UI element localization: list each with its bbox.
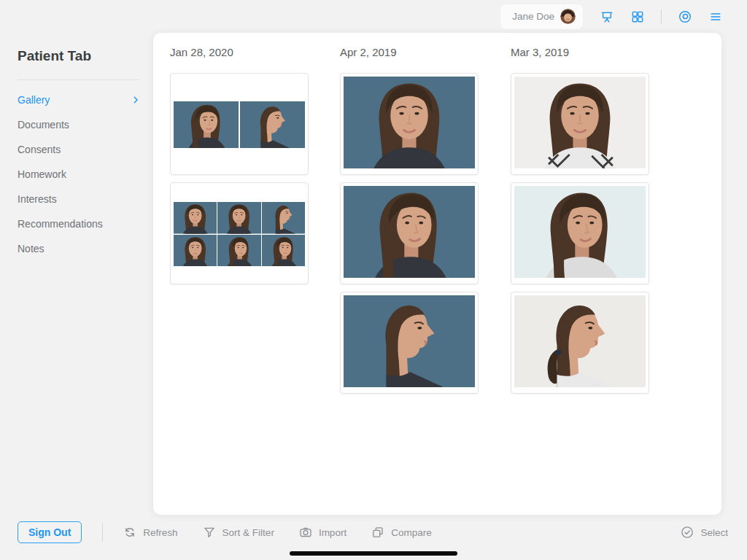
- photo-thumbnail[interactable]: [170, 73, 309, 175]
- sidebar-item-gallery[interactable]: Gallery: [18, 88, 142, 112]
- sidebar-menu: GalleryDocumentsConsentsHomeworkInterest…: [18, 88, 142, 261]
- gallery-column: Mar 3, 2019: [511, 46, 651, 401]
- patient-photo-grid: [174, 202, 305, 266]
- patient-photo: [514, 186, 646, 278]
- camera-icon: [298, 525, 313, 540]
- compare-button[interactable]: Compare: [371, 525, 432, 540]
- user-button[interactable]: Jane Doe: [500, 4, 583, 29]
- gallery-date: Apr 2, 2019: [340, 46, 480, 61]
- user-name: Jane Doe: [512, 11, 554, 22]
- sidebar-item-label: Notes: [18, 243, 44, 254]
- sidebar: Patient Tab GalleryDocumentsConsentsHome…: [0, 33, 153, 515]
- sidebar-item-recommendations[interactable]: Recommendations: [18, 211, 142, 236]
- photo-thumbnail[interactable]: [511, 73, 649, 175]
- sidebar-item-label: Interests: [18, 193, 57, 205]
- import-button[interactable]: Import: [298, 525, 347, 540]
- patient-photo: [514, 295, 646, 387]
- sidebar-item-documents[interactable]: Documents: [18, 112, 142, 137]
- sidebar-item-consents[interactable]: Consents: [18, 137, 142, 162]
- patient-photo-strip: [174, 101, 305, 148]
- chevron-right-icon: [130, 94, 142, 106]
- gallery-date: Jan 28, 2020: [170, 46, 310, 61]
- select-label: Select: [700, 527, 728, 538]
- sort-filter-button[interactable]: Sort & Filter: [202, 525, 274, 540]
- patient-photo: [262, 235, 305, 267]
- photo-thumbnail[interactable]: [511, 182, 649, 284]
- photo-thumbnail[interactable]: [340, 292, 479, 394]
- sidebar-item-label: Recommendations: [18, 218, 103, 230]
- gallery-column: Apr 2, 2019: [340, 46, 480, 401]
- gallery-panel: Jan 28, 2020Apr 2, 2019Mar 3, 2019: [153, 33, 721, 515]
- page-title: Patient Tab: [18, 48, 91, 64]
- sidebar-item-label: Homework: [18, 168, 66, 180]
- gallery-grid: Jan 28, 2020Apr 2, 2019Mar 3, 2019: [153, 33, 721, 515]
- sidebar-item-notes[interactable]: Notes: [18, 236, 142, 261]
- sidebar-item-label: Documents: [18, 119, 69, 131]
- sidebar-title-divider: [18, 79, 139, 80]
- select-button[interactable]: Select: [680, 525, 728, 540]
- patient-photo: [174, 235, 217, 267]
- photo-thumbnail[interactable]: [340, 182, 479, 284]
- compare-icon: [371, 525, 385, 540]
- topbar-divider: [661, 9, 662, 24]
- gallery-column: Jan 28, 2020: [170, 46, 310, 292]
- bottom-toolbar: Sign Out RefreshSort & FilterImportCompa…: [0, 519, 747, 545]
- menu-icon[interactable]: [708, 9, 723, 24]
- toolbar-divider: [102, 523, 103, 542]
- sidebar-item-interests[interactable]: Interests: [18, 187, 142, 211]
- patient-photo: [217, 202, 260, 234]
- compare-label: Compare: [391, 527, 432, 538]
- photo-thumbnail[interactable]: [170, 182, 309, 284]
- swirl-icon[interactable]: [678, 9, 692, 24]
- sign-out-button[interactable]: Sign Out: [18, 521, 82, 543]
- patient-photo: [262, 202, 305, 234]
- photo-thumbnail[interactable]: [340, 73, 479, 175]
- patient-photo: [344, 77, 475, 168]
- sort-filter-label: Sort & Filter: [222, 527, 274, 538]
- presentation-icon[interactable]: [600, 9, 614, 24]
- patient-photo: [174, 202, 217, 234]
- patient-photo: [240, 101, 305, 148]
- refresh-label: Refresh: [143, 527, 177, 538]
- refresh-button[interactable]: Refresh: [123, 525, 177, 540]
- user-avatar-icon: [560, 9, 576, 24]
- patient-photo: [514, 77, 646, 168]
- patient-photo: [174, 101, 239, 148]
- gallery-date: Mar 3, 2019: [511, 46, 651, 61]
- top-bar: Jane Doe: [0, 0, 747, 33]
- sidebar-item-label: Consents: [18, 144, 61, 155]
- import-label: Import: [319, 527, 347, 538]
- toolbar-actions: RefreshSort & FilterImportCompare: [123, 525, 431, 540]
- apps-grid-icon[interactable]: [630, 9, 645, 24]
- refresh-icon: [123, 525, 137, 540]
- home-indicator[interactable]: [290, 551, 457, 556]
- patient-photo: [217, 235, 260, 267]
- sidebar-item-homework[interactable]: Homework: [18, 162, 142, 187]
- patient-photo: [344, 295, 475, 387]
- filter-icon: [202, 525, 217, 540]
- patient-photo: [344, 186, 475, 278]
- photo-thumbnail[interactable]: [511, 292, 649, 394]
- sidebar-item-label: Gallery: [18, 94, 50, 106]
- select-check-icon: [680, 525, 694, 540]
